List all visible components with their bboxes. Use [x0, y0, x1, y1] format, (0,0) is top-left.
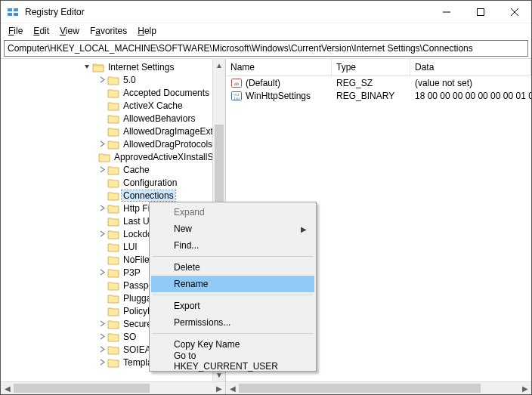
- menu-file[interactable]: File: [4, 25, 27, 37]
- menu-bar: File Edit View Favorites Help: [1, 23, 531, 39]
- context-menu-label: Copy Key Name: [174, 339, 240, 350]
- chevron-right-icon: ▶: [301, 225, 307, 233]
- tree-spacer: [97, 281, 107, 290]
- chevron-right-icon[interactable]: [97, 268, 107, 277]
- context-menu-label: Find...: [174, 240, 199, 251]
- folder-icon: [107, 190, 119, 201]
- scroll-right-icon[interactable]: ▶: [212, 382, 225, 395]
- tree-item[interactable]: Configuration: [1, 176, 225, 189]
- list-hscrollbar[interactable]: ◀ ▶: [226, 381, 531, 394]
- tree-item-label: ApprovedActiveXInstallSites: [113, 152, 225, 162]
- chevron-right-icon[interactable]: [97, 358, 107, 367]
- scroll-track[interactable]: [14, 382, 212, 394]
- context-menu-rename[interactable]: Rename: [151, 276, 314, 292]
- value-data: (value not set): [410, 78, 531, 88]
- list-row[interactable]: ab(Default)REG_SZ(value not set): [226, 76, 531, 89]
- close-button[interactable]: [497, 1, 531, 23]
- folder-icon: [107, 344, 119, 355]
- folder-icon: [107, 293, 119, 304]
- chevron-right-icon[interactable]: [97, 345, 107, 354]
- chevron-right-icon[interactable]: [97, 319, 107, 329]
- menu-help[interactable]: Help: [133, 25, 161, 37]
- tree-spacer: [97, 88, 107, 97]
- menu-view[interactable]: View: [55, 25, 84, 37]
- app-icon: [7, 6, 19, 18]
- tree-item-label: P3P: [122, 267, 142, 278]
- context-menu-label: New: [174, 224, 192, 234]
- tree-item-label: Accepted Documents: [122, 88, 211, 98]
- context-menu-expand[interactable]: Expand: [151, 204, 314, 221]
- context-menu-label: Export: [174, 301, 200, 311]
- column-header-type[interactable]: Type: [332, 59, 410, 76]
- folder-icon: [107, 113, 119, 124]
- address-bar[interactable]: Computer\HKEY_LOCAL_MACHINE\SOFTWARE\Mic…: [4, 40, 528, 57]
- column-header-data[interactable]: Data: [410, 59, 531, 76]
- context-menu-delete[interactable]: Delete: [151, 259, 314, 276]
- scroll-left-icon[interactable]: ◀: [1, 382, 14, 395]
- chevron-down-icon[interactable]: [82, 63, 91, 72]
- scroll-left-icon[interactable]: ◀: [226, 382, 239, 395]
- menu-edit[interactable]: Edit: [29, 25, 54, 37]
- tree-item-label: AllowedDragProtocols: [122, 139, 214, 150]
- scroll-up-icon[interactable]: ▲: [213, 59, 225, 72]
- value-name: (Default): [246, 78, 280, 88]
- svg-rect-3: [14, 13, 18, 16]
- scroll-right-icon[interactable]: ▶: [518, 382, 531, 395]
- context-menu-goto-hkcu[interactable]: Go to HKEY_CURRENT_USER: [151, 353, 314, 369]
- minimize-button[interactable]: [429, 1, 463, 23]
- context-menu-export[interactable]: Export: [151, 298, 314, 314]
- folder-icon: [107, 88, 119, 98]
- window-title: Registry Editor: [25, 7, 85, 17]
- tree-item[interactable]: Connections: [1, 189, 225, 202]
- tree-item[interactable]: 5.0: [1, 73, 225, 86]
- chevron-right-icon[interactable]: [97, 332, 107, 341]
- chevron-right-icon[interactable]: [97, 204, 107, 213]
- chevron-right-icon[interactable]: [97, 140, 107, 149]
- chevron-right-icon[interactable]: [97, 76, 107, 85]
- scroll-track[interactable]: [239, 382, 518, 394]
- close-icon: [511, 8, 518, 16]
- context-menu-permissions[interactable]: Permissions...: [151, 314, 314, 331]
- tree-spacer: [97, 114, 107, 123]
- tree-item[interactable]: AllowedDragProtocols: [1, 137, 225, 150]
- svg-text:ab: ab: [234, 81, 240, 87]
- list-row[interactable]: 011110WinHttpSettingsREG_BINARY18 00 00 …: [226, 89, 531, 102]
- context-menu-find[interactable]: Find...: [151, 237, 314, 254]
- tree-item-root[interactable]: Internet Settings: [1, 60, 225, 73]
- tree-spacer: [97, 294, 107, 303]
- context-menu-label: Permissions...: [174, 317, 230, 328]
- context-menu-separator: [153, 256, 313, 257]
- tree-item[interactable]: Accepted Documents: [1, 86, 225, 99]
- folder-icon: [98, 152, 110, 162]
- context-menu-new[interactable]: New ▶: [151, 221, 314, 237]
- tree-item-label: AllowedBehaviors: [122, 113, 196, 124]
- chevron-right-icon[interactable]: [97, 165, 107, 174]
- tree-item[interactable]: ApprovedActiveXInstallSites: [1, 150, 225, 163]
- tree-hscrollbar[interactable]: ◀ ▶: [1, 381, 225, 394]
- tree-item[interactable]: ActiveX Cache: [1, 99, 225, 112]
- menu-favorites[interactable]: Favorites: [85, 25, 131, 37]
- tree-spacer: [97, 101, 107, 110]
- column-header-name[interactable]: Name: [226, 59, 332, 76]
- folder-icon: [107, 139, 119, 150]
- scroll-thumb[interactable]: [239, 384, 481, 393]
- context-menu-label: Expand: [174, 207, 205, 218]
- folder-open-icon: [92, 62, 104, 73]
- folder-icon: [107, 126, 119, 137]
- folder-icon: [107, 267, 119, 278]
- tree-spacer: [97, 127, 107, 136]
- tree-item[interactable]: Cache: [1, 163, 225, 176]
- maximize-button[interactable]: [463, 1, 497, 23]
- tree-item[interactable]: AllowedBehaviors: [1, 112, 225, 125]
- tree-spacer: [97, 178, 107, 187]
- tree-item[interactable]: AllowedDragImageExts: [1, 125, 225, 137]
- folder-icon: [107, 255, 119, 265]
- context-menu-label: Delete: [174, 262, 200, 273]
- context-menu: Expand New ▶ Find... Delete Rename Expor…: [149, 202, 317, 372]
- folder-icon: [107, 357, 119, 368]
- chevron-right-icon[interactable]: [97, 230, 107, 239]
- scroll-thumb[interactable]: [14, 384, 150, 393]
- reg-binary-icon: 011110: [230, 90, 243, 102]
- folder-icon: [107, 203, 119, 214]
- address-text: Computer\HKEY_LOCAL_MACHINE\SOFTWARE\Mic…: [8, 43, 473, 54]
